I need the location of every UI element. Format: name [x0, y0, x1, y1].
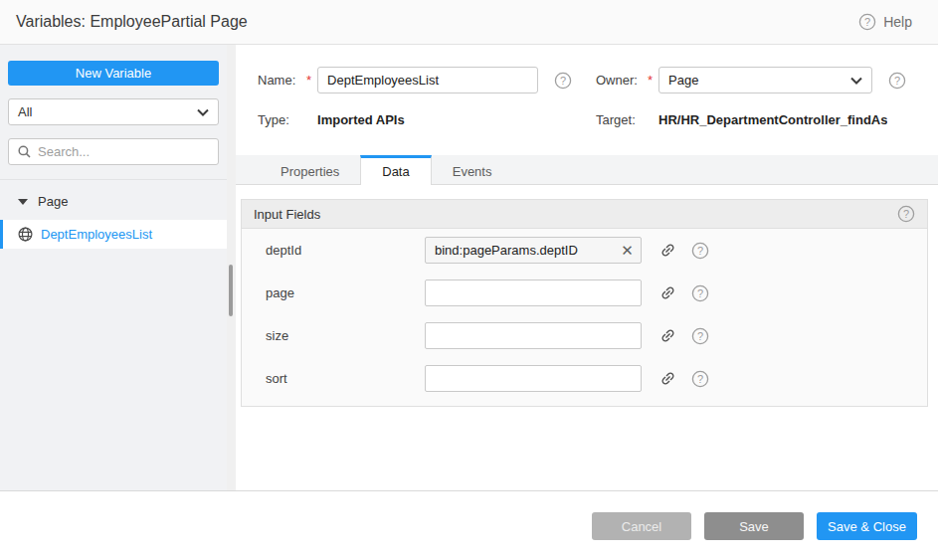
name-help-icon[interactable]: ?	[554, 72, 572, 90]
input-fields-body: deptId ✕ ? page	[242, 229, 927, 406]
svg-text:?: ?	[697, 245, 703, 257]
save-button[interactable]: Save	[704, 512, 804, 540]
chevron-down-icon	[197, 108, 209, 116]
help-label: Help	[883, 14, 912, 30]
tab-properties[interactable]: Properties	[260, 155, 360, 184]
variable-tree: Page DeptEmployeesList	[0, 179, 227, 249]
owner-help-icon[interactable]: ?	[888, 72, 906, 90]
sort-value-input[interactable]	[425, 365, 642, 392]
sidebar-item-deptemployeeslist[interactable]: DeptEmployeesList	[0, 220, 227, 249]
variable-form: Name: * ? Owner: * Page ?	[236, 45, 938, 127]
size-value-input[interactable]	[425, 322, 642, 349]
field-label: page	[266, 285, 425, 300]
link-icon[interactable]	[656, 238, 679, 262]
new-variable-button[interactable]: New Variable	[8, 61, 219, 86]
variable-filter-select[interactable]: All	[8, 98, 219, 125]
field-label: size	[266, 328, 425, 343]
owner-label: Owner:	[596, 73, 646, 88]
field-row-sort: sort ?	[242, 357, 927, 400]
tab-data[interactable]: Data	[360, 155, 431, 185]
name-label: Name:	[258, 73, 304, 88]
link-icon[interactable]	[656, 323, 679, 347]
field-row-size: size ?	[242, 314, 927, 357]
input-fields-header: Input Fields ?	[242, 200, 927, 229]
field-label: sort	[266, 371, 425, 386]
deptid-value-input[interactable]	[425, 237, 642, 264]
variable-editor: Name: * ? Owner: * Page ?	[236, 45, 938, 490]
page-help-icon[interactable]: ?	[691, 284, 709, 302]
type-label: Type:	[258, 112, 304, 127]
page-title: Variables: EmployeePartial Page	[16, 13, 248, 31]
link-icon[interactable]	[656, 280, 679, 304]
close-icon[interactable]: ✕	[619, 242, 636, 259]
svg-text:?: ?	[864, 16, 870, 28]
tree-group-page[interactable]: Page	[0, 189, 227, 214]
dialog-header: Variables: EmployeePartial Page ? Help	[0, 0, 938, 45]
svg-text:?: ?	[697, 330, 703, 342]
field-row-page: page ?	[242, 272, 927, 314]
svg-text:?: ?	[697, 373, 703, 385]
name-required-mark: *	[306, 73, 311, 88]
deptid-help-icon[interactable]: ?	[691, 242, 709, 260]
search-box	[8, 138, 219, 165]
page-value-input[interactable]	[425, 280, 642, 306]
owner-value: Page	[668, 73, 698, 88]
size-help-icon[interactable]: ?	[691, 327, 709, 345]
variables-sidebar: New Variable All Page	[0, 45, 227, 490]
owner-select[interactable]: Page	[658, 67, 872, 93]
search-input[interactable]	[38, 144, 213, 159]
variable-filter-value: All	[18, 104, 32, 119]
dialog-body: New Variable All Page	[0, 45, 938, 491]
collapse-triangle-icon	[18, 199, 28, 205]
field-row-deptid: deptId ✕ ?	[242, 229, 927, 272]
owner-required-mark: *	[648, 73, 653, 88]
input-fields-title: Input Fields	[254, 207, 320, 222]
tree-group-label: Page	[38, 194, 68, 209]
name-field[interactable]	[317, 67, 538, 93]
help-button[interactable]: ? Help	[858, 13, 912, 31]
svg-text:?: ?	[697, 287, 703, 299]
question-circle-icon: ?	[858, 13, 876, 31]
target-label: Target:	[596, 112, 646, 127]
scrollbar-thumb[interactable]	[229, 265, 233, 316]
save-and-close-button[interactable]: Save & Close	[817, 512, 917, 540]
svg-text:?: ?	[560, 75, 566, 87]
svg-text:?: ?	[903, 208, 909, 220]
type-value: Imported APIs	[317, 112, 405, 127]
chevron-down-icon	[850, 77, 862, 85]
cancel-button[interactable]: Cancel	[592, 512, 691, 540]
link-icon[interactable]	[656, 366, 679, 390]
tab-events[interactable]: Events	[432, 155, 513, 184]
input-fields-panel: Input Fields ? deptId ✕ ?	[241, 199, 928, 407]
sort-help-icon[interactable]: ?	[691, 370, 709, 388]
editor-tabs: Properties Data Events	[236, 155, 938, 185]
search-icon	[18, 145, 31, 158]
sidebar-scrollbar[interactable]	[227, 45, 236, 490]
dialog-footer: Cancel Save Save & Close	[0, 491, 938, 559]
target-value: HR/HR_DepartmentController_findAss…	[658, 112, 887, 127]
field-label: deptId	[266, 243, 425, 258]
svg-text:?: ?	[894, 75, 900, 87]
globe-icon	[18, 227, 33, 242]
tree-item-label: DeptEmployeesList	[41, 227, 152, 242]
input-fields-help-icon[interactable]: ?	[897, 205, 915, 223]
